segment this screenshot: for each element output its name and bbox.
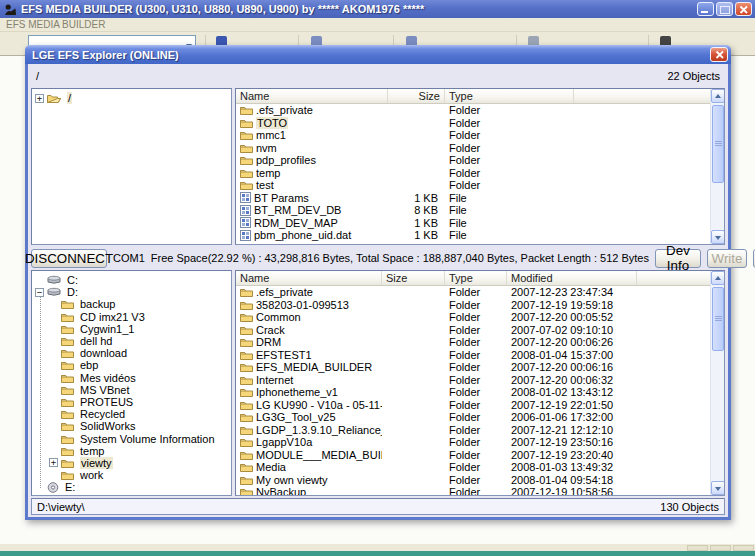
column-header-name[interactable]: Name [236, 89, 388, 103]
tree-item-solidworks[interactable]: SolidWorks [32, 420, 231, 432]
vertical-scrollbar[interactable] [710, 271, 724, 495]
file-row-lg-ku990-v10a-05-11-200[interactable]: LG KU990 - V10a - 05-11-200...Folder2007… [236, 399, 724, 412]
tree-item-mes-vid-os[interactable]: Mes vidéos [32, 372, 231, 384]
local-object-count: 130 Objects [660, 501, 719, 513]
tree-item-e[interactable]: E: [32, 481, 231, 493]
file-row-drm[interactable]: DRMFolder2007-12-20 00:06:26 [236, 336, 724, 349]
file-name: EFSTEST1 [256, 349, 312, 362]
tree-item-cygwin1-1[interactable]: Cygwin1_1 [32, 323, 231, 335]
plus-expander-icon[interactable]: + [49, 458, 58, 467]
file-type: Folder [445, 167, 574, 180]
column-header-size[interactable]: Size [388, 89, 445, 103]
file-row-common[interactable]: CommonFolder2007-12-20 00:05:52 [236, 311, 724, 324]
tree-item-label: SolidWorks [80, 420, 135, 432]
tree-item-backup[interactable]: backup [32, 298, 231, 310]
scrollbar-up-icon[interactable] [711, 271, 725, 285]
file-size [382, 374, 445, 387]
tree-item-viewty[interactable]: +viewty [32, 457, 231, 469]
column-header-type[interactable]: Type [445, 271, 507, 285]
tree-item-download[interactable]: download [32, 347, 231, 359]
tree-item-c[interactable]: C: [32, 274, 231, 286]
file-type: File [445, 217, 574, 230]
scrollbar-thumb[interactable] [712, 105, 724, 183]
file-row-internet[interactable]: InternetFolder2007-12-20 00:06:32 [236, 374, 724, 387]
tree-item-ebp[interactable]: ebp [32, 359, 231, 371]
tree-item-item[interactable]: +/ [32, 92, 231, 104]
minus-expander-icon[interactable]: − [35, 288, 44, 297]
file-row-module-media-builder[interactable]: MODULE___MEDIA_BUILDERFolder2007-12-19 2… [236, 449, 724, 462]
column-header-name[interactable]: Name [236, 271, 382, 285]
tree-item-recycled[interactable]: Recycled [32, 408, 231, 420]
folder-icon [240, 143, 253, 153]
file-name: BT Params [254, 192, 309, 205]
explorer-title: LGE EFS Explorer (ONLINE) [32, 49, 710, 61]
disconnect-button[interactable]: DISCONNECT [31, 249, 107, 268]
file-type: Folder [445, 386, 507, 399]
file-modified: 2007-12-19 23:20:40 [507, 449, 637, 462]
file-icon [240, 205, 251, 216]
tree-item-work[interactable]: work [32, 469, 231, 481]
file-type: File [445, 229, 574, 242]
file-row-358203-01-099513[interactable]: 358203-01-099513Folder2007-12-19 19:59:1… [236, 299, 724, 312]
file-size [382, 474, 445, 487]
file-row-lgdp-1-3-9-10-reliance-060[interactable]: LGDP_1.3.9.10_Reliance_060...Folder2007-… [236, 424, 724, 437]
column-header-modified[interactable]: Modified [507, 271, 637, 285]
tree-item-label: MS VBnet [80, 384, 130, 396]
folder-icon [61, 360, 74, 370]
column-header-size[interactable]: Size [382, 271, 445, 285]
file-row-toto[interactable]: TOTOFolder [236, 117, 724, 130]
tree-item-ms-vbnet[interactable]: MS VBnet [32, 384, 231, 396]
close-button[interactable] [735, 2, 752, 16]
file-name: Common [256, 311, 301, 324]
file-row-rdm-dev-map[interactable]: RDM_DEV_MAP1 KBFile [236, 217, 724, 230]
scrollbar-up-icon[interactable] [711, 89, 725, 103]
file-type: Folder [445, 179, 574, 192]
plus-expander-icon[interactable]: + [35, 94, 44, 103]
file-row-nvm[interactable]: nvmFolder [236, 142, 724, 155]
file-row-mmc1[interactable]: mmc1Folder [236, 129, 724, 142]
file-row-bt-params[interactable]: BT Params1 KBFile [236, 192, 724, 205]
tree-item-system-volume-information[interactable]: System Volume Information [32, 432, 231, 444]
file-row-my-own-viewty[interactable]: My own viewtyFolder2008-01-04 09:54:18 [236, 474, 724, 487]
file-size [382, 336, 445, 349]
write-button[interactable]: Write [707, 249, 747, 268]
maximize-button[interactable] [716, 2, 733, 16]
folder-icon [240, 312, 253, 322]
file-row-test[interactable]: testFolder [236, 179, 724, 192]
tree-item-proteus[interactable]: PROTEUS [32, 396, 231, 408]
file-row-efstest1[interactable]: EFSTEST1Folder2008-01-04 15:37:00 [236, 349, 724, 362]
file-row-crack[interactable]: CrackFolder2007-07-02 09:10:10 [236, 324, 724, 337]
file-row-pbm-phone-uid-dat[interactable]: pbm_phone_uid.dat1 KBFile [236, 229, 724, 242]
file-name: NvBackup [256, 486, 306, 496]
file-row-pdp-profiles[interactable]: pdp_profilesFolder [236, 154, 724, 167]
tree-item-dell-hd[interactable]: dell hd [32, 335, 231, 347]
column-header-type[interactable]: Type [445, 89, 574, 103]
file-row-lgappv10a[interactable]: LgappV10aFolder2007-12-19 23:50:16 [236, 436, 724, 449]
bottom-teal-bar [0, 551, 755, 556]
tree-item-temp[interactable]: temp [32, 445, 231, 457]
file-row-efs-media-builder[interactable]: EFS_MEDIA_BUILDERFolder2007-12-20 00:06:… [236, 361, 724, 374]
scrollbar-thumb[interactable] [712, 287, 724, 351]
file-row-temp[interactable]: tempFolder [236, 167, 724, 180]
file-row-lg3g-tool-v25[interactable]: LG3G_Tool_v25Folder2006-01-06 17:32:00 [236, 411, 724, 424]
minimize-button[interactable] [697, 2, 714, 16]
file-row-bt-rm-dev-db[interactable]: BT_RM_DEV_DB8 KBFile [236, 204, 724, 217]
file-row-iphonetheme-v1[interactable]: Iphonetheme_v1Folder2008-01-02 13:43:12 [236, 386, 724, 399]
tree-item-cd-imx21-v3[interactable]: CD imx21 V3 [32, 311, 231, 323]
file-row-efs-private[interactable]: .efs_privateFolder2007-12-23 23:47:34 [236, 286, 724, 299]
vertical-scrollbar[interactable] [710, 89, 724, 244]
file-type: Folder [445, 299, 507, 312]
tree-item-d[interactable]: −D: [32, 286, 231, 298]
file-row-efs-private[interactable]: .efs_privateFolder [236, 104, 724, 117]
scrollbar-down-icon[interactable] [711, 230, 725, 244]
tree-item-label: CD imx21 V3 [80, 311, 145, 323]
folder-icon [61, 385, 74, 395]
dev-info-button[interactable]: Dev Info [655, 249, 701, 268]
folder-icon [61, 409, 74, 419]
explorer-close-button[interactable] [710, 47, 728, 62]
menu-item-efs-media-builder[interactable]: EFS MEDIA BUILDER [6, 19, 105, 30]
file-row-nvbackup[interactable]: NvBackupFolder2007-12-19 10:58:56 [236, 486, 724, 496]
file-row-media[interactable]: MediaFolder2008-01-03 13:49:32 [236, 461, 724, 474]
file-size [382, 349, 445, 362]
scrollbar-down-icon[interactable] [711, 481, 725, 495]
